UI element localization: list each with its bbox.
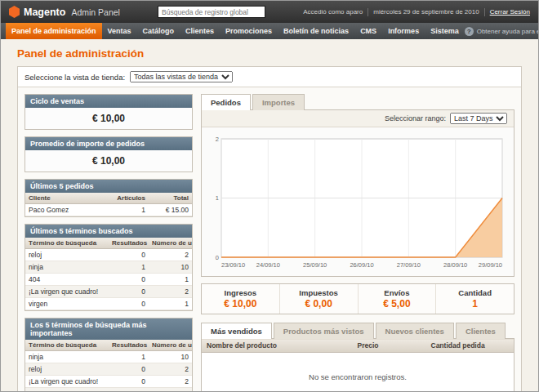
content-area: Panel de administración Seleccione la vi… [1,39,538,392]
last-orders-box: Últimos 5 pedidos ClienteArtículosTotal … [24,179,193,217]
store-switcher-label: Seleccione la vista de tienda: [24,73,125,82]
column-header: Término de búsqueda [25,340,109,351]
orders-chart: 23/09/1024/09/1025/09/1026/09/1027/09/10… [208,134,507,270]
tab-new-customers[interactable]: Nuevos clientes [376,323,454,339]
nav-item-ventas[interactable]: Ventas [102,23,137,39]
total-value: € 5,00 [360,298,434,310]
nav-item-boletin[interactable]: Boletín de noticias [278,23,354,39]
logo-subtitle: Admin Panel [71,7,120,17]
nav-item-cms[interactable]: CMS [354,23,382,39]
table-cell: € 15.00 [149,204,192,216]
table-row[interactable]: Paco Gomez1€ 15.00 [25,204,192,216]
tab-most-viewed[interactable]: Productos más vistos [274,323,374,339]
nav-item-promociones[interactable]: Promociones [220,23,278,39]
nav-item-informes[interactable]: Informes [382,23,425,39]
svg-text:26/09/10: 26/09/10 [350,261,373,269]
total-tax: Impuestos € 0,00 [279,284,358,314]
svg-text:24/09/10: 24/09/10 [256,261,280,269]
box-title: Últimos 5 pedidos [25,180,192,193]
table-row[interactable]: ¡La virgen que cuadro!02 [25,286,192,298]
logout-link[interactable]: Cerrar Sesión [490,8,530,16]
average-orders-value: € 10,00 [25,150,192,172]
total-label: Cantidad [438,288,512,297]
table-row[interactable]: virgen01 [25,298,192,310]
total-label: Impuestos [282,288,356,297]
last-orders-table: ClienteArtículosTotal Paco Gomez1€ 15.00 [25,193,192,216]
table-cell: 2 [149,363,192,376]
current-date: miércoles 29 de septiembre de 2010 [373,8,479,16]
total-value: € 0,00 [282,298,356,310]
svg-text:25/09/10: 25/09/10 [303,261,327,269]
average-orders-box: Promedio de importe de pedidos € 10,00 [24,136,193,172]
table-row[interactable]: reloj02 [25,249,192,261]
nav-item-dashboard[interactable]: Panel de administración [6,23,102,39]
chart-tabs: Pedidos Importes [201,94,514,110]
box-title: Los 5 términos de búsqueda más important… [25,318,192,340]
table-cell: 0 [109,388,149,392]
range-label: Seleccionar rango: [385,114,446,122]
table-cell: 404 [25,274,109,286]
svg-text:28/09/10: 28/09/10 [443,261,467,269]
table-cell: 1 [149,274,192,286]
table-cell: 0 [109,376,149,388]
nav-item-clientes[interactable]: Clientes [180,23,220,39]
chart-panel: Seleccionar rango: Last 7 Days 23/09/102… [201,109,514,277]
table-cell: 0 [109,363,149,376]
main-navigation: Panel de administración Ventas Catálogo … [1,23,538,39]
table-row[interactable]: 40401 [25,274,192,286]
range-select[interactable]: Last 7 Days [450,113,507,124]
total-revenue: Ingresos € 10,00 [202,284,279,314]
totals-bar: Ingresos € 10,00 Impuestos € 0,00 Envíos… [201,283,514,314]
svg-text:1: 1 [216,194,219,202]
table-cell: reloj [25,249,109,261]
table-row[interactable]: reloj02 [25,363,192,376]
tab-pedidos[interactable]: Pedidos [201,94,251,110]
table-cell: 1 [149,298,192,310]
column-header: Cliente [25,193,109,204]
total-value: 1 [438,298,512,310]
column-header: Número de usos [149,238,192,249]
global-search-input[interactable] [158,6,265,18]
table-row[interactable]: ¡La virgen que cuadro!02 [25,376,192,388]
table-cell: 10 [149,261,192,274]
empty-message: No se encontraron registros. [202,353,514,392]
box-title: Ciclo de ventas [25,95,192,108]
column-header: Precio [353,339,426,353]
table-cell: 0 [109,249,149,261]
table-row[interactable]: ninja110 [25,351,192,363]
range-bar: Seleccionar rango: Last 7 Days [202,110,514,127]
table-cell: 1 [109,351,149,363]
table-cell: reloj [25,363,109,376]
svg-text:0: 0 [216,254,219,261]
store-view-select[interactable]: Todas las vistas de tienda [130,71,233,82]
tab-importes[interactable]: Importes [252,94,305,110]
nav-item-catalogo[interactable]: Catálogo [137,23,180,39]
divider [368,8,368,16]
column-header: Término de búsqueda [25,238,109,249]
table-cell: 0 [109,274,149,286]
column-header: Artículos [109,193,149,204]
tab-customers[interactable]: Clientes [456,323,506,339]
column-header: Número de usos [149,340,192,351]
column-header: Resultados [109,340,149,351]
total-label: Envíos [360,288,434,297]
table-cell: 404 [25,388,109,392]
tab-bestsellers[interactable]: Más vendidos [201,323,272,339]
svg-text:2: 2 [216,136,219,143]
global-search [158,6,265,18]
help-link-label: Obtener ayuda para esta página [477,28,539,35]
help-icon: ? [465,27,474,36]
help-link[interactable]: ? Obtener ayuda para esta página [465,23,539,39]
table-cell: 10 [149,351,192,363]
table-cell: 2 [149,249,192,261]
logged-in-as: Accedió como aparo [303,8,363,16]
magento-logo[interactable]: Magento Admin Panel [9,6,120,18]
column-header: Nombre del producto [202,339,353,353]
dashboard-left-column: Ciclo de ventas € 10,00 Promedio de impo… [24,94,193,392]
table-row[interactable]: 40401 [25,388,192,392]
table-cell: ninja [25,261,109,274]
nav-item-sistema[interactable]: Sistema [425,23,465,39]
table-row[interactable]: ninja110 [25,261,192,274]
grid-tabs: Más vendidos Productos más vistos Nuevos… [201,323,514,339]
lifetime-sales-value: € 10,00 [25,108,192,129]
